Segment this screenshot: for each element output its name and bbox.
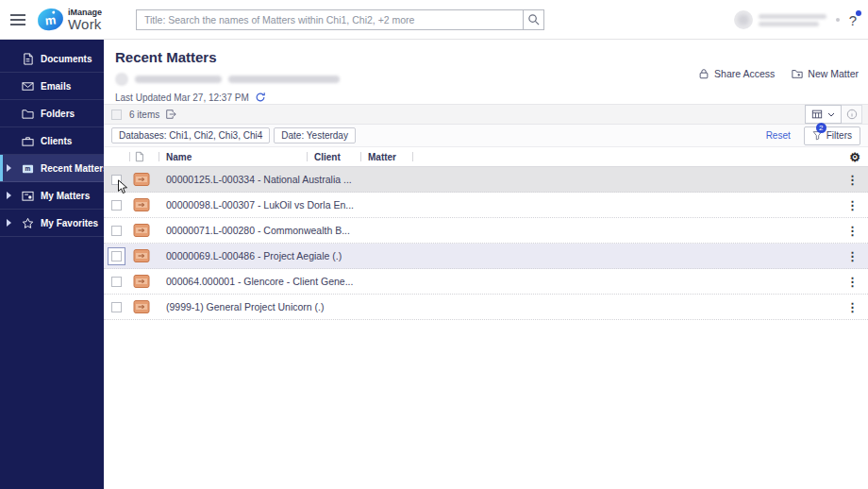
main-content: Recent Matters Last Updated Mar 27, 12:3… [104,40,868,489]
document-type-column-icon [134,151,144,162]
table-row[interactable]: 00000098.L-000307 - LukOil vs Dorla En..… [104,193,868,218]
reset-filters-link[interactable]: Reset [766,130,791,141]
expand-caret-icon[interactable] [7,164,11,172]
sidebar-item-my-matters[interactable]: My Matters [0,182,104,210]
search-button[interactable] [523,9,544,30]
redacted-avatar [115,73,128,86]
filters-button[interactable]: 2 Filters [804,126,860,145]
column-header-client[interactable]: Client [314,152,341,162]
chevron-down-icon [827,112,835,117]
row-menu-kebab-icon[interactable]: ⋮ [846,174,859,186]
table-row[interactable]: (9999-1) General Project Unicorn (.) ⋮ [104,295,868,320]
new-matter-button[interactable]: New Matter [792,68,859,79]
row-menu-kebab-icon[interactable]: ⋮ [846,225,859,237]
matter-name[interactable]: 00000125.L-000334 - National Australia .… [166,174,352,185]
new-matter-label: New Matter [808,68,859,79]
sidebar-item-folders[interactable]: Folders [0,100,104,127]
product-name: Work [68,17,102,31]
help-button[interactable]: ? [849,12,860,28]
email-icon [21,79,34,93]
my-matters-icon [21,189,34,202]
info-icon [846,109,858,120]
profile-chevron-icon [836,18,840,22]
info-button[interactable] [842,105,862,124]
sidebar-item-label: Documents [41,54,92,64]
checkbox-focus-ring [108,247,125,265]
sidebar-item-clients[interactable]: Clients [0,127,104,155]
table-row[interactable]: 00000069.L-000486 - Project Aegiale (.) … [104,244,868,269]
sidebar-item-documents[interactable]: Documents [0,45,104,73]
matter-icon [133,172,150,187]
table-row[interactable]: 00000071.L-000280 - Commonwealth B... ⋮ [104,218,868,244]
matter-name[interactable]: 00000071.L-000280 - Commonwealth B... [166,225,350,236]
sidebar-item-label: Folders [41,109,75,119]
redacted-text [228,76,340,83]
filter-bar: Databases: Chi1, Chi2, Chi3, Chi4 Date: … [104,125,868,147]
matter-icon [133,248,150,263]
search-input[interactable] [136,9,523,30]
filter-chip-databases[interactable]: Databases: Chi1, Chi2, Chi3, Chi4 [111,127,270,143]
row-checkbox[interactable] [111,251,122,261]
sidebar-item-label: My Favorites [41,218,98,228]
select-all-checkbox[interactable] [111,110,122,120]
row-menu-kebab-icon[interactable]: ⋮ [846,301,859,313]
filter-chip-date[interactable]: Date: Yesterday [274,127,356,143]
sidebar: Documents Emails Folders Clients m Rec [0,40,104,489]
refresh-icon[interactable] [255,92,266,103]
sidebar-item-label: My Matters [41,191,90,201]
notification-dot [856,10,861,16]
search-icon [527,13,540,25]
briefcase-icon [21,134,34,147]
menu-icon[interactable] [4,14,32,25]
row-checkbox[interactable] [111,200,122,211]
redacted-text [135,76,222,83]
redacted-user-name [759,14,826,26]
view-selector-dropdown[interactable] [805,105,842,124]
user-profile[interactable] [734,10,826,29]
matter-name[interactable]: (9999-1) General Project Unicorn (.) [166,301,324,312]
imanage-monogram-icon: m [37,8,64,32]
items-count: 6 items [129,110,159,120]
row-checkbox[interactable] [111,277,122,287]
matter-icon [133,274,150,289]
top-bar: m iManage Work ? [0,0,868,40]
filters-count-badge: 2 [816,123,826,133]
sidebar-item-label: Emails [41,81,71,92]
matter-icon [133,223,150,238]
matter-name[interactable]: 000064.000001 - Glencore - Client Gene..… [166,276,353,287]
sidebar-item-emails[interactable]: Emails [0,73,104,100]
table-view-icon [811,109,823,120]
table-header: Name Client Matter ⚙ [104,147,868,167]
sidebar-item-label: Recent Matters [41,163,108,174]
share-access-label: Share Access [714,68,775,79]
sidebar-item-my-favorites[interactable]: My Favorites [0,210,104,237]
column-header-name[interactable]: Name [166,152,192,162]
row-menu-kebab-icon[interactable]: ⋮ [846,199,859,211]
export-icon[interactable] [165,109,176,120]
table-row[interactable]: 000064.000001 - Glencore - Client Gene..… [104,269,868,295]
row-checkbox[interactable] [111,226,122,236]
row-menu-kebab-icon[interactable]: ⋮ [846,250,859,262]
row-menu-kebab-icon[interactable]: ⋮ [846,276,859,288]
imanage-logo: m iManage Work [38,8,125,31]
filters-label: Filters [826,130,852,141]
expand-caret-icon[interactable] [7,192,11,199]
sidebar-item-recent-matters[interactable]: m Recent Matters [0,155,104,182]
matter-icon [133,197,150,212]
last-updated-text: Last Updated Mar 27, 12:37 PM [115,93,249,103]
table-row[interactable]: 00000125.L-000334 - National Australia .… [104,167,868,193]
document-icon [21,52,34,65]
star-icon [21,216,34,229]
share-access-button[interactable]: Share Access [698,68,775,79]
avatar [734,10,753,29]
expand-caret-icon[interactable] [7,219,11,227]
column-settings-gear-icon[interactable]: ⚙ [849,151,860,163]
matter-name[interactable]: 00000069.L-000486 - Project Aegiale (.) [166,250,342,261]
row-checkbox[interactable] [111,302,122,312]
folder-icon [21,107,34,120]
matter-name[interactable]: 00000098.L-000307 - LukOil vs Dorla En..… [166,199,354,211]
recent-matters-icon: m [21,161,34,175]
column-header-matter[interactable]: Matter [368,152,396,162]
row-checkbox[interactable] [111,175,122,185]
page-title: Recent Matters [115,49,868,65]
